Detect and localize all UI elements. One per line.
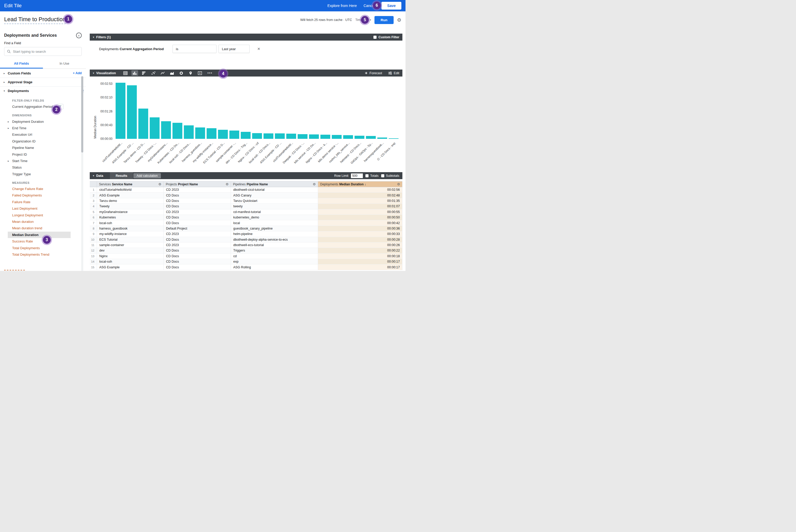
field-item-pipeline-name[interactable]: Pipeline Name — [0, 145, 86, 151]
row-limit-input[interactable] — [351, 173, 363, 178]
column-header-median-duration[interactable]: DeploymentsMedian Duration ↓⚙ — [318, 182, 402, 187]
table-row[interactable]: 8harness_guestbookDefault Projectguestbo… — [90, 226, 402, 231]
table-row[interactable]: 4TweetyCD Docstweety00:01:07 — [90, 204, 402, 209]
field-item-organization-id[interactable]: Organization ID — [0, 138, 86, 145]
field-item-trigger-type[interactable]: Trigger Type — [0, 171, 86, 177]
edit-viz-button[interactable]: Edit — [388, 71, 399, 75]
tab-in-use[interactable]: In Use — [43, 59, 86, 69]
remove-filter-icon[interactable]: × — [257, 46, 260, 52]
forecast-button[interactable]: Forecast — [364, 71, 382, 75]
map-viz-icon[interactable] — [187, 70, 194, 76]
bar-15[interactable] — [275, 133, 285, 139]
filters-section-bar[interactable]: ▾ Filters (1) Custom Filter — [90, 34, 402, 41]
gear-icon[interactable]: ⚙ — [225, 182, 228, 186]
bar-3[interactable] — [138, 109, 148, 139]
field-item-failure-rate[interactable]: Failure Rate — [0, 199, 86, 205]
bar-23[interactable] — [366, 136, 376, 139]
bar-10[interactable] — [218, 130, 228, 139]
column-header-pipeline-name[interactable]: PipelinesPipeline Name⚙ — [231, 182, 318, 187]
table-row[interactable]: 14local-sshCD Docsexp00:00:17 — [90, 259, 402, 264]
totals-toggle[interactable]: Totals — [366, 174, 378, 177]
field-item-end-time[interactable]: ▸End Time — [0, 125, 86, 131]
collapse-visualization-icon[interactable]: ▾ — [93, 72, 94, 74]
table-row[interactable]: 9my-wildfly-instanceCD 2023helm-pipeline… — [90, 231, 402, 237]
field-item-deployment-duration[interactable]: ▸Deployment Duration — [0, 118, 86, 125]
bar-4[interactable] — [150, 117, 160, 139]
field-item-status[interactable]: Status — [0, 164, 86, 171]
table-viz-icon[interactable] — [122, 70, 129, 76]
field-search-box[interactable] — [4, 47, 82, 56]
filter-value-input[interactable]: Last year — [219, 45, 249, 53]
collapse-sidebar-button[interactable]: ‹ — [76, 33, 82, 38]
subtotals-checkbox[interactable] — [381, 174, 384, 177]
bar-11[interactable] — [229, 131, 239, 139]
single-value-viz-icon[interactable]: 6 — [197, 70, 203, 76]
bar-1[interactable] — [116, 83, 126, 139]
table-row[interactable]: 15ASG ExampleCD DocsASG Rolling00:00:17 — [90, 264, 402, 270]
column-chart-viz-icon[interactable] — [131, 70, 138, 76]
scrollbar-thumb[interactable] — [81, 76, 83, 153]
field-item-total-deployments-trend[interactable]: Total Deployments Trend — [0, 251, 86, 258]
bar-2[interactable] — [127, 85, 137, 139]
bar-6[interactable] — [172, 123, 182, 139]
data-section-bar[interactable]: ▾ Data Results Add calculation Row Limit… — [90, 172, 402, 179]
field-item-last-deployment[interactable]: Last Deployment — [0, 205, 86, 212]
bar-17[interactable] — [298, 134, 308, 139]
bar-9[interactable] — [207, 128, 217, 139]
gear-icon[interactable]: ⚙ — [397, 18, 401, 22]
area-chart-viz-icon[interactable] — [169, 70, 175, 76]
column-header-project-name[interactable]: ProjectsProject Name⚙ — [164, 182, 231, 187]
table-row[interactable]: 1cicdTutorialHelloWorldCD 2023dbothwell-… — [90, 187, 402, 193]
bar-20[interactable] — [332, 135, 341, 139]
field-item-total-deployments[interactable]: Total Deployments — [0, 245, 86, 251]
bar-8[interactable] — [195, 128, 205, 139]
tab-results[interactable]: Results — [110, 172, 133, 179]
tab-all-fields[interactable]: All Fields — [0, 59, 43, 69]
subtotals-toggle[interactable]: Subtotals — [381, 174, 399, 177]
field-item-mean-duration-trend[interactable]: Mean duration trend — [0, 225, 86, 231]
custom-filter-toggle[interactable]: Custom Filter — [373, 35, 399, 39]
visualization-section-bar[interactable]: ▾ Visualization — [90, 70, 402, 77]
line-chart-viz-icon[interactable] — [159, 70, 166, 76]
bar-16[interactable] — [286, 134, 296, 139]
field-item-failed-deployments[interactable]: Failed Deployments — [0, 192, 86, 198]
table-row[interactable]: 10ECS TutorialCD Docsdbothwell-deploy-al… — [90, 237, 402, 243]
more-viz-options-icon[interactable]: ••• — [207, 71, 212, 75]
bar-21[interactable] — [343, 135, 353, 139]
add-calculation-button[interactable]: Add calculation — [133, 173, 161, 178]
bar-18[interactable] — [309, 134, 319, 139]
table-row[interactable]: 7local-sshCD Docslocal00:00:42 — [90, 220, 402, 226]
field-item-start-time[interactable]: ▸Start Time — [0, 158, 86, 164]
collapse-filters-icon[interactable]: ▾ — [93, 36, 94, 39]
tile-title-input[interactable]: Lead Time to Production — [4, 16, 66, 24]
field-item-project-id[interactable]: Project ID — [0, 151, 86, 157]
bar-14[interactable] — [263, 133, 273, 139]
bar-7[interactable] — [184, 126, 194, 139]
table-row[interactable]: 5myGrafanaInstanceCD 2023cd-manifest-tut… — [90, 209, 402, 215]
field-item-current-aggregation-period[interactable]: Current Aggregation Period — [0, 103, 86, 110]
custom-filter-checkbox[interactable] — [373, 36, 376, 39]
field-item-mean-duration[interactable]: Mean duration — [0, 218, 86, 225]
add-custom-field-link[interactable]: + Add — [73, 71, 82, 75]
bar-chart-viz-icon[interactable] — [141, 70, 147, 76]
bar-5[interactable] — [161, 121, 171, 139]
run-button[interactable]: Run — [374, 16, 394, 24]
scatter-viz-icon[interactable] — [150, 70, 157, 76]
bar-13[interactable] — [252, 133, 262, 139]
table-row[interactable]: 11sample-containerCD 2023dbothwell-ecs-t… — [90, 243, 402, 248]
search-input[interactable] — [13, 50, 79, 54]
table-row[interactable]: 6KubernetesCD Docskubernetes_demo00:00:5… — [90, 215, 402, 220]
sidebar-group-approval-stage[interactable]: ▸Approval Stage — [0, 78, 86, 86]
donut-viz-icon[interactable] — [178, 70, 185, 76]
field-item-execution-url[interactable]: Execution Url — [0, 131, 86, 138]
sidebar-group-deployments[interactable]: ▾Deployments2 — [0, 86, 86, 95]
sidebar-scrollbar[interactable] — [81, 76, 83, 271]
explore-from-here-link[interactable]: Explore from Here — [328, 4, 357, 8]
table-row[interactable]: 2ASG ExampleCD DocsASG Canary00:02:48 — [90, 193, 402, 198]
gear-icon[interactable]: ⚙ — [397, 182, 400, 186]
table-row[interactable]: 13NginxCD Docscd00:00:18 — [90, 253, 402, 259]
collapse-data-icon[interactable]: ▾ — [93, 174, 94, 177]
bar-22[interactable] — [355, 136, 364, 139]
bar-19[interactable] — [320, 135, 330, 139]
column-header-service-name[interactable]: ServicesService Name⚙ — [97, 182, 164, 187]
